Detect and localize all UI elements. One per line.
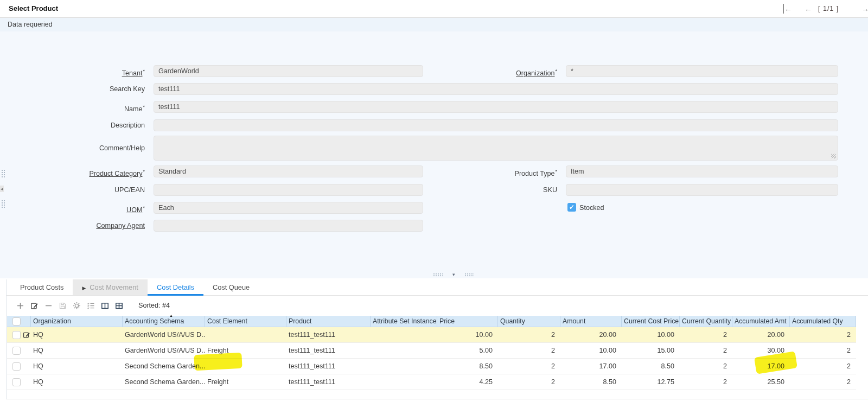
tab-product-costs[interactable]: Product Costs — [11, 279, 73, 295]
column-header-cost-element[interactable]: Cost Element — [205, 316, 286, 327]
search-key-label: Search Key — [0, 83, 149, 95]
next-record-icon[interactable]: → — [861, 4, 868, 14]
record-counter: [ 1/1 ] — [818, 5, 839, 12]
table-row[interactable]: HQ GardenWorld US/A/US D... test111_test… — [7, 327, 856, 343]
upc-ean-label: UPC/EAN — [0, 184, 149, 196]
left-splitter-handle[interactable] — [1, 200, 5, 208]
column-header-organization[interactable]: Organization — [31, 316, 123, 327]
uom-field[interactable]: Each — [154, 202, 423, 214]
column-header-current-quantity[interactable]: Current Quantity — [680, 316, 732, 327]
product-category-label[interactable]: Product Category* — [0, 165, 149, 180]
row-checkbox[interactable] — [12, 331, 21, 339]
sku-label: SKU — [412, 184, 561, 196]
tab-cost-details[interactable]: Cost Details — [148, 279, 203, 295]
company-agent-label[interactable]: Company Agent — [0, 220, 149, 232]
organization-label[interactable]: Organization* — [412, 65, 561, 79]
window-title: Select Product — [9, 4, 58, 12]
sorted-status: Sorted: #4 — [138, 302, 170, 309]
description-label: Description — [0, 119, 149, 131]
column-header-accumulated-qty[interactable]: Accumulated Qty — [790, 316, 856, 327]
grid-header-row: Organization Accounting Schema▲ Cost Ele… — [7, 316, 856, 327]
edit-row-icon[interactable] — [23, 331, 30, 339]
comment-help-label: Comment/Help — [0, 142, 149, 154]
horizontal-splitter-handle[interactable] — [433, 273, 443, 277]
column-header-accumulated-amt[interactable]: Accumulated Amt — [732, 316, 790, 327]
window-titlebar: Select Product ← ← [ 1/1 ] → — [0, 0, 868, 18]
upc-ean-field[interactable] — [154, 184, 423, 196]
highlight-marker — [194, 353, 242, 371]
product-form: Tenant* GardenWorld Organization* * Sear… — [0, 31, 868, 278]
row-checkbox[interactable] — [12, 362, 21, 371]
comment-help-field[interactable] — [154, 136, 838, 161]
tab-cost-movement[interactable]: ▶Cost Movement — [73, 279, 148, 295]
row-checkbox[interactable] — [12, 347, 21, 355]
stocked-checkbox[interactable]: ✓ — [567, 203, 576, 212]
product-category-field[interactable]: Standard — [154, 165, 423, 177]
delete-record-icon[interactable] — [44, 302, 53, 310]
new-record-icon[interactable] — [16, 302, 24, 310]
uom-label[interactable]: UOM* — [0, 202, 149, 216]
stocked-label: Stocked — [579, 204, 604, 212]
status-message: Data requeried — [8, 21, 53, 28]
select-all-checkbox[interactable] — [12, 317, 21, 326]
detail-tab-bar: Product Costs ▶Cost Movement Cost Detail… — [7, 279, 868, 296]
left-splitter-handle[interactable] — [1, 169, 5, 178]
first-record-icon[interactable]: ← — [783, 4, 792, 14]
detail-pane: Product Costs ▶Cost Movement Cost Detail… — [0, 278, 868, 408]
status-bar: Data requeried — [0, 18, 868, 31]
column-header-amount[interactable]: Amount — [560, 316, 622, 327]
column-header-accounting-schema[interactable]: Accounting Schema▲ — [123, 316, 205, 327]
edit-record-icon[interactable] — [30, 302, 39, 310]
horizontal-splitter-handle[interactable] — [464, 273, 474, 277]
column-header-quantity[interactable]: Quantity — [498, 316, 560, 327]
company-agent-field[interactable] — [154, 220, 423, 232]
detail-pane-border — [6, 399, 868, 399]
select-all-header-cell — [7, 316, 31, 327]
tenant-label[interactable]: Tenant* — [0, 65, 149, 79]
sku-field[interactable] — [566, 184, 838, 196]
column-header-product[interactable]: Product — [286, 316, 371, 327]
collapsed-tab-arrow-icon: ▶ — [82, 285, 86, 291]
tab-cost-queue[interactable]: Cost Queue — [203, 279, 259, 295]
gear-icon[interactable] — [73, 302, 81, 310]
splitter-collapse-icon[interactable]: ▾ — [452, 272, 455, 277]
column-header-price[interactable]: Price — [437, 316, 498, 327]
form-columns-icon[interactable] — [101, 302, 109, 310]
product-type-label: Product Type* — [412, 165, 561, 180]
checklist-icon[interactable] — [87, 302, 95, 310]
collapse-panel-icon[interactable]: ◂ — [0, 186, 4, 192]
save-icon[interactable] — [59, 302, 67, 310]
table-row[interactable]: HQ Second Schema Garden... test111_test1… — [7, 359, 856, 374]
tenant-field[interactable]: GardenWorld — [154, 65, 423, 77]
grid-view-icon[interactable] — [115, 302, 123, 310]
column-header-attribute-set-instance[interactable]: Attribute Set Instance — [371, 316, 437, 327]
name-field[interactable]: test111 — [154, 101, 838, 113]
grid-toolbar: Sorted: #4 — [7, 297, 170, 314]
description-field[interactable] — [154, 119, 838, 131]
cost-details-grid: Organization Accounting Schema▲ Cost Ele… — [7, 316, 856, 390]
product-type-field[interactable]: Item — [566, 165, 838, 177]
organization-field[interactable]: * — [566, 65, 838, 77]
sort-ascending-icon: ▲ — [169, 314, 173, 317]
column-header-current-cost-price[interactable]: Current Cost Price — [622, 316, 680, 327]
previous-record-icon[interactable]: ← — [805, 4, 812, 14]
search-key-field[interactable]: test111 — [154, 83, 838, 95]
row-checkbox[interactable] — [12, 378, 21, 386]
table-row[interactable]: HQ Second Schema Garden... Freight test1… — [7, 374, 856, 390]
name-label: Name* — [0, 101, 149, 115]
table-row[interactable]: HQ GardenWorld US/A/US D... Freight test… — [7, 343, 856, 359]
